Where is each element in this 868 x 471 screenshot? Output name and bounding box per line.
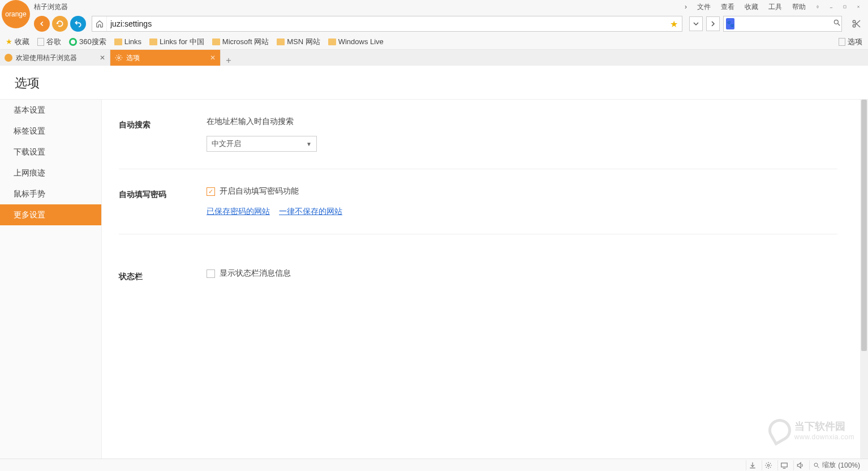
sidebar-item-history[interactable]: 上网痕迹 (0, 162, 101, 183)
menu-chevron[interactable]: › (681, 3, 690, 11)
bookmark-label: Links for 中国 (160, 37, 204, 47)
tab-options[interactable]: 选项 ✕ (110, 50, 221, 66)
maximize-button[interactable] (840, 2, 850, 12)
section-label: 自动填写密码 (119, 186, 207, 217)
sidebar-item-more[interactable]: 更多设置 (0, 204, 101, 225)
tab-label: 欢迎使用桔子浏览器 (16, 53, 77, 63)
360-icon (69, 38, 77, 46)
bookmark-windows-live[interactable]: Windows Live (328, 37, 384, 46)
section-auto-search: 自动搜索 在地址栏输入时自动搜索 中文开启 ▼ (119, 100, 837, 169)
sidebar-item-basic[interactable]: 基本设置 (0, 100, 101, 121)
zoom-value: (100%) (838, 461, 860, 469)
dropdown-button[interactable] (689, 16, 703, 31)
auto-search-select[interactable]: 中文开启 ▼ (207, 136, 317, 152)
sidebar-item-download[interactable]: 下载设置 (0, 142, 101, 162)
screenshot-button[interactable] (850, 17, 863, 31)
app-title: 桔子浏览器 (34, 2, 68, 12)
section-label: 状态栏 (119, 268, 207, 289)
page-body: 基本设置 标签设置 下载设置 上网痕迹 鼠标手势 更多设置 自动搜索 在地址栏输… (0, 99, 868, 459)
app-logo: orange (2, 0, 30, 28)
back-button[interactable] (34, 16, 50, 32)
bookmark-label: 谷歌 (46, 37, 61, 47)
section-auto-password: 自动填写密码 ✓ 开启自动填写密码功能 已保存密码的网站 一律不保存的网站 (119, 169, 837, 234)
menu-right: › 文件 查看 收藏 工具 帮助 (681, 2, 868, 12)
tab-favicon (5, 54, 12, 62)
bookmark-links-cn[interactable]: Links for 中国 (149, 37, 204, 47)
show-statusbar-checkbox[interactable] (207, 269, 215, 278)
minimize-button[interactable] (826, 2, 836, 12)
bookmark-label: 选项 (848, 37, 862, 47)
bookmark-label: Microsoft 网站 (222, 37, 269, 47)
search-input[interactable] (737, 20, 832, 28)
bookmark-microsoft[interactable]: Microsoft 网站 (212, 37, 269, 47)
settings-content: 自动搜索 在地址栏输入时自动搜索 中文开启 ▼ 自动填写密码 ✓ 开启自动填写密… (102, 100, 868, 459)
tab-welcome[interactable]: 欢迎使用桔子浏览器 ✕ (0, 50, 110, 66)
undo-nav-button[interactable] (70, 16, 86, 32)
chevron-down-icon: ▼ (306, 141, 312, 147)
bookmark-links[interactable]: Links (114, 37, 141, 46)
plugin-icon[interactable] (813, 2, 823, 12)
menu-file[interactable]: 文件 (694, 2, 714, 12)
download-icon[interactable] (746, 460, 758, 470)
zoom-label: 缩放 (822, 460, 836, 470)
settings-icon[interactable] (762, 460, 774, 470)
menu-help[interactable]: 帮助 (789, 2, 809, 12)
sidebar-item-mouse[interactable]: 鼠标手势 (0, 183, 101, 204)
checkbox-label: 显示状态栏消息信息 (220, 268, 291, 279)
section-status-bar: 状态栏 显示状态栏消息信息 (119, 234, 837, 306)
home-icon[interactable] (92, 16, 107, 31)
address-input[interactable] (107, 19, 666, 28)
svg-point-4 (834, 20, 838, 24)
bookmark-360[interactable]: 360搜索 (69, 37, 106, 47)
bookmark-label: MSN 网站 (287, 37, 320, 47)
bookmark-label: 收藏 (15, 37, 29, 47)
zoom-control[interactable]: 缩放(100%) (809, 460, 863, 470)
folder-icon (114, 38, 122, 45)
menu-favorites[interactable]: 收藏 (741, 2, 762, 12)
scrollbar-thumb[interactable] (861, 100, 867, 351)
sound-icon[interactable] (793, 460, 806, 470)
new-tab-button[interactable]: + (221, 55, 237, 66)
svg-point-10 (118, 57, 120, 59)
checkbox-label: 开启自动填写密码功能 (220, 186, 299, 196)
menu-view[interactable]: 查看 (717, 2, 738, 12)
bookmark-msn[interactable]: MSN 网站 (277, 37, 320, 47)
bookmark-star-icon[interactable]: ★ (666, 19, 682, 29)
section-desc: 在地址栏输入时自动搜索 (207, 117, 837, 127)
svg-point-11 (767, 464, 770, 466)
search-box: 🐾 (723, 16, 842, 32)
bookmarks-bar: ★收藏 谷歌 360搜索 Links Links for 中国 Microsof… (0, 34, 868, 50)
folder-icon (277, 38, 285, 45)
tab-close-icon[interactable]: ✕ (210, 54, 216, 62)
folder-icon (328, 38, 336, 45)
bookmark-google[interactable]: 谷歌 (37, 37, 61, 47)
never-save-link[interactable]: 一律不保存的网站 (279, 207, 342, 217)
display-icon[interactable] (777, 460, 790, 470)
menu-tools[interactable]: 工具 (765, 2, 785, 12)
menu-bar: 桔子浏览器 › 文件 查看 收藏 工具 帮助 (0, 0, 868, 14)
section-label: 自动搜索 (119, 117, 207, 152)
svg-line-15 (818, 466, 819, 468)
sidebar-item-tabs[interactable]: 标签设置 (0, 121, 101, 142)
select-value: 中文开启 (212, 139, 241, 149)
saved-passwords-link[interactable]: 已保存密码的网站 (207, 207, 270, 217)
bookmark-options[interactable]: 选项 (839, 37, 862, 47)
tab-close-icon[interactable]: ✕ (100, 54, 105, 62)
status-bar: 缩放(100%) (0, 459, 868, 471)
close-button[interactable] (853, 2, 863, 12)
svg-rect-1 (844, 6, 846, 8)
svg-line-5 (837, 24, 840, 26)
navigation-bar: ★ 🐾 (0, 14, 868, 34)
bookmark-favorites[interactable]: ★收藏 (6, 37, 29, 47)
search-engine-icon[interactable]: 🐾 (726, 18, 734, 29)
folder-icon (149, 38, 157, 45)
tab-label: 选项 (126, 53, 140, 63)
scrollbar[interactable] (860, 100, 868, 459)
go-button[interactable] (706, 16, 720, 31)
search-button[interactable] (832, 19, 841, 29)
reload-button[interactable] (52, 16, 68, 32)
page-title: 选项 (0, 66, 868, 99)
settings-sidebar: 基本设置 标签设置 下载设置 上网痕迹 鼠标手势 更多设置 (0, 100, 102, 459)
page-content: 选项 基本设置 标签设置 下载设置 上网痕迹 鼠标手势 更多设置 自动搜索 在地… (0, 66, 868, 459)
enable-autofill-checkbox[interactable]: ✓ (207, 187, 215, 196)
